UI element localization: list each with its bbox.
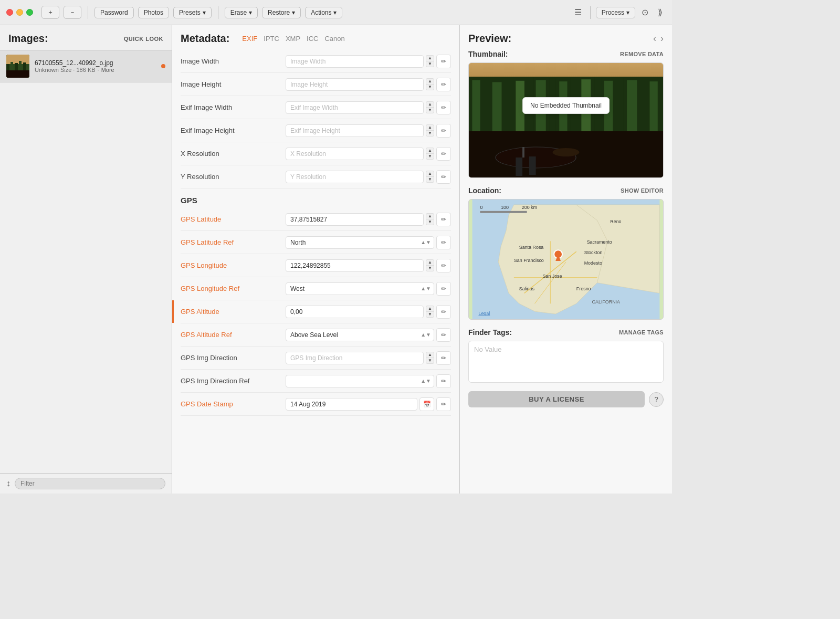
- spinner-down-icon[interactable]: ▼: [426, 358, 434, 363]
- remove-data-button[interactable]: REMOVE DATA: [620, 51, 664, 57]
- exif-image-height-edit-button[interactable]: ✏: [436, 124, 451, 138]
- gps-longitude-spinner[interactable]: ▲ ▼: [426, 259, 434, 271]
- spinner-up-icon[interactable]: ▲: [426, 56, 434, 61]
- exif-image-width-edit-button[interactable]: ✏: [436, 101, 451, 114]
- filter-input[interactable]: [15, 478, 165, 489]
- gps-altitude-ref-select[interactable]: Above Sea Level Below Sea Level: [286, 329, 434, 341]
- prev-arrow-button[interactable]: ‹: [653, 33, 656, 44]
- image-width-input[interactable]: [286, 55, 424, 68]
- show-editor-button[interactable]: SHOW EDITOR: [621, 187, 664, 194]
- actions-button[interactable]: Actions ▾: [305, 7, 342, 18]
- gps-longitude-ref-select[interactable]: West East: [286, 282, 434, 295]
- gps-longitude-input[interactable]: [286, 259, 424, 272]
- x-resolution-input[interactable]: [286, 148, 424, 160]
- spinner-up-icon[interactable]: ▲: [426, 79, 434, 85]
- x-resolution-edit-button[interactable]: ✏: [436, 147, 451, 161]
- erase-button[interactable]: Erase ▾: [225, 7, 258, 18]
- manage-tags-button[interactable]: MANAGE TAGS: [619, 329, 664, 335]
- gps-latitude-input[interactable]: [286, 213, 424, 226]
- exif-image-height-input[interactable]: [286, 124, 424, 137]
- spinner-up-icon[interactable]: ▲: [426, 352, 434, 358]
- tab-canon[interactable]: Canon: [324, 34, 344, 44]
- spinner-up-icon[interactable]: ▲: [426, 171, 434, 177]
- y-resolution-input[interactable]: [286, 171, 424, 183]
- gps-altitude-input[interactable]: [286, 306, 424, 318]
- spinner-up-icon[interactable]: ▲: [426, 306, 434, 312]
- gps-img-direction-ref-edit-button[interactable]: ✏: [436, 374, 451, 388]
- spinner-up-icon[interactable]: ▲: [426, 260, 434, 266]
- spinner-up-icon[interactable]: ▲: [426, 125, 434, 131]
- more-link[interactable]: More: [101, 67, 114, 73]
- gps-latitude-ref-edit-button[interactable]: ✏: [436, 236, 451, 249]
- gps-latitude-spinner[interactable]: ▲ ▼: [426, 213, 434, 225]
- calendar-icon[interactable]: 📅: [419, 397, 434, 411]
- photos-button[interactable]: Photos: [138, 7, 169, 18]
- minimize-button[interactable]: [16, 9, 23, 16]
- y-resolution-edit-button[interactable]: ✏: [436, 170, 451, 184]
- y-resolution-spinner[interactable]: ▲ ▼: [426, 171, 434, 183]
- maximize-button[interactable]: [26, 9, 33, 16]
- image-height-input[interactable]: [286, 78, 424, 91]
- spinner-up-icon[interactable]: ▲: [426, 214, 434, 219]
- image-width-edit-button[interactable]: ✏: [436, 55, 451, 68]
- gps-latitude-edit-button[interactable]: ✏: [436, 213, 451, 226]
- process-button[interactable]: Process ▾: [596, 7, 635, 18]
- spinner-down-icon[interactable]: ▼: [426, 266, 434, 271]
- gps-altitude-edit-button[interactable]: ✏: [436, 305, 451, 319]
- plus-button[interactable]: ＋: [41, 6, 59, 19]
- spinner-down-icon[interactable]: ▼: [426, 312, 434, 317]
- spinner-down-icon[interactable]: ▼: [426, 154, 434, 159]
- gps-img-direction-input[interactable]: [286, 352, 424, 364]
- gps-img-direction-spinner[interactable]: ▲ ▼: [426, 352, 434, 364]
- spinner-up-icon[interactable]: ▲: [426, 148, 434, 154]
- gps-longitude-edit-button[interactable]: ✏: [436, 259, 451, 272]
- tab-iptc[interactable]: IPTC: [264, 34, 279, 44]
- svg-rect-30: [529, 156, 536, 175]
- spinner-up-icon[interactable]: ▲: [426, 102, 434, 108]
- tab-icc[interactable]: ICC: [307, 34, 318, 44]
- sort-icon[interactable]: ↕: [6, 479, 10, 488]
- erase-chevron-icon: ▾: [249, 9, 252, 16]
- spinner-down-icon[interactable]: ▼: [426, 177, 434, 182]
- tab-exif[interactable]: EXIF: [242, 34, 257, 44]
- image-width-spinner[interactable]: ▲ ▼: [426, 55, 434, 67]
- next-arrow-button[interactable]: ›: [660, 33, 664, 44]
- image-height-spinner[interactable]: ▲ ▼: [426, 78, 434, 90]
- gps-altitude-spinner[interactable]: ▲ ▼: [426, 306, 434, 318]
- exif-image-height-spinner[interactable]: ▲ ▼: [426, 124, 434, 137]
- gps-longitude-ref-select-wrap: West East ▲▼: [286, 282, 434, 295]
- spinner-down-icon[interactable]: ▼: [426, 131, 434, 136]
- buy-license-button[interactable]: BUY A LICENSE: [468, 391, 645, 407]
- help-button[interactable]: ?: [649, 392, 664, 407]
- gps-img-direction-ref-select[interactable]: [286, 375, 434, 387]
- spinner-down-icon[interactable]: ▼: [426, 61, 434, 67]
- presets-button[interactable]: Presets ▾: [173, 7, 212, 18]
- password-button[interactable]: Password: [94, 7, 134, 18]
- close-button[interactable]: [6, 9, 13, 16]
- list-view-icon[interactable]: ☰: [571, 6, 585, 18]
- gps-latitude-label: GPS Latitude: [181, 215, 286, 223]
- tab-xmp[interactable]: XMP: [286, 34, 300, 44]
- expand-icon[interactable]: ⟫: [655, 6, 666, 18]
- exif-image-width-input[interactable]: [286, 101, 424, 114]
- minus-button[interactable]: －: [64, 6, 81, 19]
- image-list-item[interactable]: 67100555_12...40992_o.jpg Unknown Size ·…: [0, 50, 172, 82]
- spinner-down-icon[interactable]: ▼: [426, 108, 434, 113]
- more-options-icon[interactable]: ⊙: [638, 6, 652, 18]
- spinner-down-icon[interactable]: ▼: [426, 219, 434, 225]
- map-area[interactable]: 0 100 200 km Reno Santa Rosa Sacramento …: [468, 199, 664, 320]
- window-controls: [6, 9, 33, 16]
- quick-look-button[interactable]: QUICK LOOK: [124, 36, 163, 42]
- gps-date-stamp-input[interactable]: [286, 398, 417, 411]
- x-resolution-spinner[interactable]: ▲ ▼: [426, 148, 434, 160]
- tags-area[interactable]: No Value: [468, 341, 664, 383]
- gps-img-direction-edit-button[interactable]: ✏: [436, 351, 451, 365]
- gps-altitude-ref-edit-button[interactable]: ✏: [436, 328, 451, 342]
- exif-image-width-spinner[interactable]: ▲ ▼: [426, 101, 434, 113]
- gps-latitude-ref-select[interactable]: North South: [286, 236, 434, 249]
- gps-date-stamp-edit-button[interactable]: ✏: [436, 397, 451, 411]
- restore-button[interactable]: Restore ▾: [262, 7, 301, 18]
- spinner-down-icon[interactable]: ▼: [426, 85, 434, 90]
- image-height-edit-button[interactable]: ✏: [436, 78, 451, 91]
- gps-longitude-ref-edit-button[interactable]: ✏: [436, 282, 451, 296]
